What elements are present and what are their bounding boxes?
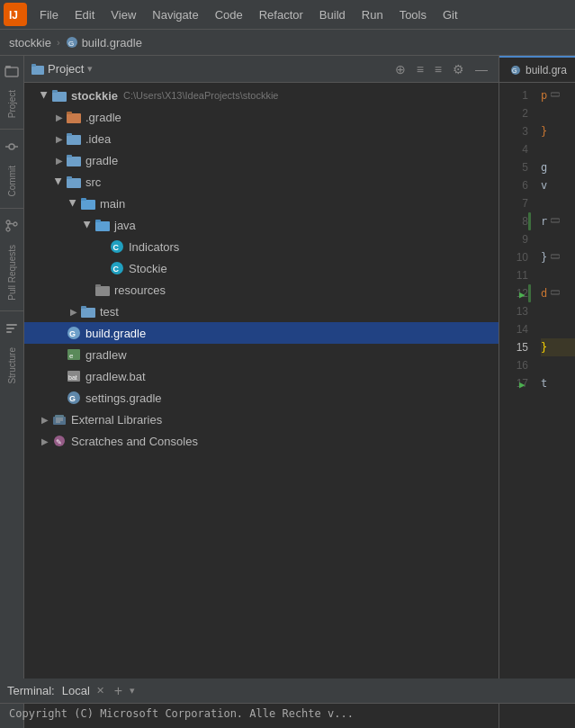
line-num-2: 2 bbox=[499, 104, 535, 122]
tree-item-src[interactable]: ▶ src bbox=[24, 171, 499, 193]
svg-rect-36 bbox=[95, 286, 110, 296]
idea-folder-icon bbox=[66, 132, 82, 145]
code-area[interactable]: p } bbox=[537, 83, 575, 396]
build-gradle-icon: G bbox=[66, 327, 82, 339]
tree-item-dotidea[interactable]: ▶ .idea bbox=[24, 128, 499, 149]
tree-item-gradlew-bat[interactable]: ▶ bat gradlew.bat bbox=[24, 365, 499, 387]
svg-rect-22 bbox=[67, 135, 81, 145]
line-num-14: 14 bbox=[499, 320, 535, 338]
menu-refactor[interactable]: Refactor bbox=[252, 4, 310, 25]
side-pr-icon[interactable] bbox=[0, 214, 23, 238]
menu-tools[interactable]: Tools bbox=[392, 4, 434, 25]
tree-item-stockie[interactable]: ▶ C Stockie bbox=[24, 257, 499, 279]
tree-item-ext-libs[interactable]: ▶ External Libraries bbox=[24, 409, 499, 430]
menu-file[interactable]: File bbox=[32, 4, 66, 25]
menu-view[interactable]: View bbox=[103, 4, 143, 25]
toolbar-settings-icon[interactable]: ⚙ bbox=[449, 60, 468, 78]
project-panel: Project ▾ ⊕ ≡ ≡ ⚙ — ▶ bbox=[24, 56, 499, 728]
fold-icon-8 bbox=[551, 216, 560, 225]
tree-item-gradlew[interactable]: ▶ e gradlew bbox=[24, 344, 499, 365]
tree-item-indicators[interactable]: ▶ C Indicators bbox=[24, 236, 499, 257]
svg-point-11 bbox=[13, 222, 17, 226]
svg-text:G: G bbox=[69, 394, 76, 403]
svg-rect-5 bbox=[5, 66, 11, 68]
toolbar-minimize-icon[interactable]: — bbox=[472, 60, 491, 78]
terminal-close-btn[interactable]: ✕ bbox=[94, 684, 107, 697]
tab-gradle-icon: G bbox=[510, 65, 521, 76]
terminal-add-btn[interactable]: + bbox=[111, 683, 126, 699]
code-line-16 bbox=[541, 356, 575, 374]
toolbar-target-icon[interactable]: ⊕ bbox=[391, 60, 409, 78]
stockie-class-icon: C bbox=[109, 262, 125, 274]
svg-rect-25 bbox=[67, 155, 72, 157]
breadcrumb: stockkie › G build.gradle bbox=[0, 29, 575, 56]
tree-item-resources[interactable]: ▶ resources bbox=[24, 279, 499, 301]
tree-item-stockkie[interactable]: ▶ stockkie C:\Users\X13\IdeaProjects\sto… bbox=[24, 85, 499, 106]
line-num-4: 4 bbox=[499, 140, 535, 158]
svg-rect-19 bbox=[52, 90, 58, 93]
svg-rect-16 bbox=[31, 66, 44, 75]
svg-rect-28 bbox=[81, 200, 95, 210]
side-commit-label[interactable]: Commit bbox=[7, 158, 17, 203]
menu-code[interactable]: Code bbox=[208, 4, 250, 25]
breadcrumb-file[interactable]: G build.gradle bbox=[66, 36, 142, 49]
menu-edit[interactable]: Edit bbox=[67, 4, 102, 25]
toolbar-expand-icon[interactable]: ≡ bbox=[431, 60, 445, 78]
root-path: C:\Users\X13\IdeaProjects\stockkie bbox=[123, 90, 278, 101]
editor-tab-build-gradle[interactable]: G build.gra bbox=[499, 56, 575, 82]
tree-item-scratches[interactable]: ▶ ✎ Scratches and Consoles bbox=[24, 430, 499, 452]
code-line-13 bbox=[541, 302, 575, 320]
svg-rect-37 bbox=[95, 284, 101, 287]
line-num-6: 6 bbox=[499, 176, 535, 194]
tree-item-main[interactable]: ▶ main bbox=[24, 193, 499, 214]
side-project-icon[interactable] bbox=[0, 59, 23, 83]
breadcrumb-sep: › bbox=[57, 37, 60, 48]
svg-rect-15 bbox=[6, 331, 12, 333]
menu-run[interactable]: Run bbox=[355, 4, 391, 25]
code-line-17: ▶ t bbox=[541, 374, 575, 392]
tree-item-build-gradle[interactable]: ▶ G build.gradle bbox=[24, 322, 499, 344]
run-arrow-12[interactable]: ▶ bbox=[519, 286, 526, 304]
code-line-7 bbox=[541, 194, 575, 212]
fold-icon-10 bbox=[551, 252, 560, 261]
side-project-label[interactable]: Project bbox=[7, 83, 17, 125]
editor-tab-bar: G build.gra bbox=[499, 56, 575, 83]
menu-git[interactable]: Git bbox=[436, 4, 465, 25]
svg-rect-17 bbox=[31, 64, 36, 67]
run-arrow-17[interactable]: ▶ bbox=[519, 376, 526, 394]
line-num-15: 15 bbox=[499, 338, 535, 356]
menu-navigate[interactable]: Navigate bbox=[145, 4, 205, 25]
fold-icon-12 bbox=[551, 288, 560, 297]
code-line-6: v bbox=[541, 176, 575, 194]
editor-content: 1 2 3 4 5 6 7 8 9 10 11 12 13 14 15 16 1 bbox=[499, 83, 575, 728]
project-title[interactable]: Project ▾ bbox=[31, 62, 93, 76]
terminal-dropdown-btn[interactable]: ▾ bbox=[130, 685, 135, 697]
arrow-main: ▶ bbox=[67, 197, 80, 210]
terminal-tab-local[interactable]: Local ✕ bbox=[62, 684, 107, 697]
breadcrumb-project[interactable]: stockkie bbox=[9, 36, 51, 49]
main-label: main bbox=[100, 197, 125, 211]
svg-point-6 bbox=[9, 144, 14, 149]
side-pr-label[interactable]: Pull Requests bbox=[7, 238, 17, 308]
arrow-test: ▶ bbox=[67, 305, 80, 318]
tree-item-test[interactable]: ▶ test bbox=[24, 301, 499, 322]
tree-item-dotgradle[interactable]: ▶ .gradle bbox=[24, 106, 499, 128]
tree-item-settings-gradle[interactable]: ▶ G settings.gradle bbox=[24, 387, 499, 409]
line-num-10: 10 bbox=[499, 248, 535, 266]
line-num-5: 5 bbox=[499, 158, 535, 176]
side-structure-label[interactable]: Structure bbox=[7, 340, 17, 391]
menu-build[interactable]: Build bbox=[312, 4, 353, 25]
root-folder-icon bbox=[51, 89, 67, 102]
toolbar-collapse-icon[interactable]: ≡ bbox=[413, 60, 427, 78]
tree-item-java[interactable]: ▶ java bbox=[24, 214, 499, 236]
side-commit-section: Commit bbox=[0, 135, 23, 208]
tree-item-gradle[interactable]: ▶ gradle bbox=[24, 149, 499, 171]
line-num-13: 13 bbox=[499, 302, 535, 320]
side-structure-icon[interactable] bbox=[0, 317, 23, 340]
gradlew-bat-icon: bat bbox=[66, 370, 82, 382]
side-commit-icon[interactable] bbox=[0, 135, 23, 158]
svg-rect-30 bbox=[95, 221, 110, 231]
svg-rect-26 bbox=[67, 178, 81, 188]
main-layout: Project Commit P bbox=[0, 56, 575, 728]
svg-text:G: G bbox=[69, 329, 76, 338]
